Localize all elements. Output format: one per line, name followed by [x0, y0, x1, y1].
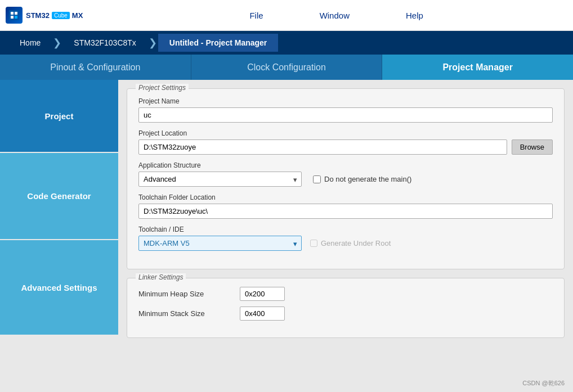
menu-help[interactable]: Help [400, 8, 429, 23]
logo-mx: MX [72, 11, 83, 20]
menu-items: File Window Help [105, 8, 567, 23]
breadcrumb-home[interactable]: Home [8, 34, 52, 52]
toolchain-ide-label: Toolchain / IDE [138, 226, 553, 233]
sidebar: Project Code Generator Advanced Settings [0, 80, 118, 392]
menu-window[interactable]: Window [314, 8, 355, 23]
watermark: CSDN @乾626 [522, 379, 565, 388]
svg-rect-3 [11, 16, 14, 19]
toolchain-ide-row: MDK-ARM V5 MDK-ARM V4 EWARM SW4STM32 Tru… [138, 236, 553, 251]
menu-bar: STM32 Cube MX File Window Help [0, 0, 573, 31]
project-location-row: Browse [138, 139, 553, 155]
project-location-input[interactable] [138, 139, 507, 155]
tab-clock[interactable]: Clock Configuration [191, 55, 383, 80]
toolchain-folder-group: Toolchain Folder Location [138, 193, 553, 219]
generate-under-root-checkbox [310, 240, 317, 247]
min-heap-label: Minimum Heap Size [138, 290, 240, 298]
project-settings-legend: Project Settings [136, 84, 189, 92]
app-structure-select-wrapper: Basic Advanced ▾ [138, 172, 302, 187]
svg-rect-4 [15, 16, 17, 19]
logo-text: STM32 Cube MX [26, 11, 83, 20]
linker-settings-legend: Linker Settings [136, 273, 186, 281]
sidebar-item-code-generator[interactable]: Code Generator [0, 153, 118, 240]
min-stack-row: Minimum Stack Size [138, 307, 553, 321]
do-not-generate-checkbox[interactable] [313, 175, 321, 183]
tabs: Pinout & Configuration Clock Configurati… [0, 55, 573, 80]
project-name-label: Project Name [138, 97, 553, 105]
project-location-group: Project Location Browse [138, 129, 553, 155]
project-location-label: Project Location [138, 129, 553, 137]
generate-under-root-label: Generate Under Root [310, 239, 391, 247]
content-panel: Project Settings Project Name Project Lo… [118, 80, 573, 392]
min-stack-label: Minimum Stack Size [138, 309, 240, 318]
breadcrumb: Home ❯ STM32F103C8Tx ❯ Untitled - Projec… [0, 31, 573, 55]
browse-button[interactable]: Browse [512, 139, 553, 155]
min-stack-input[interactable] [240, 307, 285, 321]
breadcrumb-arrow-1: ❯ [53, 37, 61, 49]
svg-rect-2 [15, 12, 17, 15]
breadcrumb-current[interactable]: Untitled - Project Manager [158, 34, 278, 52]
sidebar-item-advanced-settings[interactable]: Advanced Settings [0, 240, 118, 336]
tab-project-manager[interactable]: Project Manager [382, 55, 573, 80]
sidebar-item-project[interactable]: Project [0, 80, 118, 153]
toolchain-folder-label: Toolchain Folder Location [138, 193, 553, 201]
logo-stm32: STM32 [26, 11, 50, 20]
toolchain-folder-input[interactable] [138, 204, 553, 219]
do-not-generate-label[interactable]: Do not generate the main() [313, 175, 411, 183]
min-heap-input[interactable] [240, 287, 285, 301]
svg-rect-0 [9, 10, 19, 20]
app-structure-select[interactable]: Basic Advanced [138, 172, 302, 187]
toolchain-ide-select[interactable]: MDK-ARM V5 MDK-ARM V4 EWARM SW4STM32 Tru… [138, 236, 302, 251]
project-name-group: Project Name [138, 97, 553, 123]
toolchain-ide-select-wrapper: MDK-ARM V5 MDK-ARM V4 EWARM SW4STM32 Tru… [138, 236, 302, 251]
main-content: Project Code Generator Advanced Settings… [0, 80, 573, 392]
logo-icon [6, 7, 23, 24]
min-heap-row: Minimum Heap Size [138, 287, 553, 301]
app-structure-group: Application Structure Basic Advanced ▾ D… [138, 161, 553, 187]
tab-pinout[interactable]: Pinout & Configuration [0, 55, 191, 80]
project-name-input[interactable] [138, 107, 553, 123]
logo-cube: Cube [52, 12, 70, 19]
project-settings-section: Project Settings Project Name Project Lo… [127, 88, 565, 269]
breadcrumb-arrow-2: ❯ [149, 37, 157, 49]
toolchain-ide-group: Toolchain / IDE MDK-ARM V5 MDK-ARM V4 EW… [138, 226, 553, 251]
app-structure-row: Basic Advanced ▾ Do not generate the mai… [138, 172, 553, 187]
svg-rect-1 [11, 12, 14, 15]
breadcrumb-device[interactable]: STM32F103C8Tx [62, 34, 147, 52]
app-structure-label: Application Structure [138, 161, 553, 169]
linker-settings-section: Linker Settings Minimum Heap Size Minimu… [127, 278, 565, 338]
menu-file[interactable]: File [244, 8, 268, 23]
logo-area: STM32 Cube MX [6, 7, 83, 24]
